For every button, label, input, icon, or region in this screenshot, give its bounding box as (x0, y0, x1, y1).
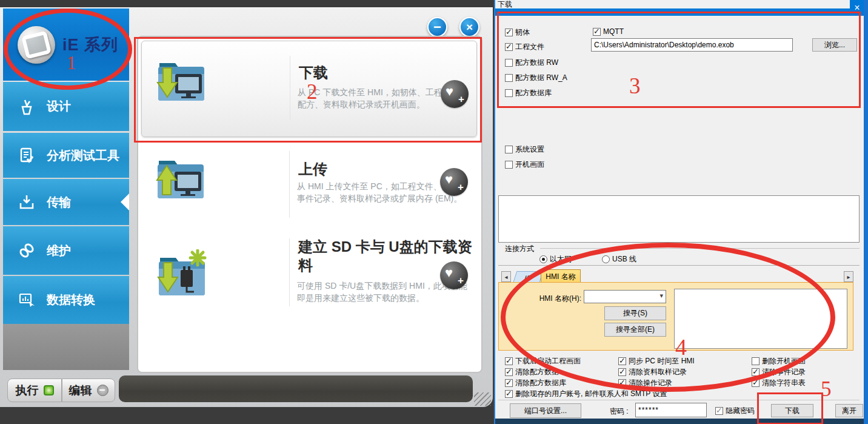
transfer-download-icon (18, 193, 36, 211)
checkbox-mqtt[interactable]: MQTT (593, 27, 624, 36)
card-sd-usb[interactable]: 建立 SD 卡与 U盘的下载资料 可使用 SD 卡/U盘下载数据到 HMI，此项… (141, 237, 476, 333)
search-button[interactable]: 搜寻(S) (604, 306, 666, 320)
radio-ethernet[interactable]: 以太网 (539, 254, 572, 264)
checkbox-label: MQTT (603, 27, 624, 36)
checkbox-box (505, 357, 513, 365)
checkbox-clear-recipe-database[interactable]: 清除配方数据库 (505, 378, 566, 388)
card-upload[interactable]: 上传 从 HMI 上传文件至 PC，如工程文件、配方、 事件记录、资料取样记录或… (141, 141, 476, 236)
checkbox-box (505, 390, 513, 398)
sidebar-item-data-conversion[interactable]: 数据转换 (3, 276, 129, 324)
checkbox-box (618, 368, 626, 376)
checkbox-box (618, 379, 626, 387)
checkbox-run-project-after-download[interactable]: 下载后启动工程画面 (505, 356, 581, 366)
search-all-button-label: 搜寻全部(E) (616, 325, 655, 335)
checkbox-sync-pc-time[interactable]: 同步 PC 时间至 HMI (618, 356, 695, 366)
brand-logo-icon (18, 26, 55, 64)
download-button-label: 下载 (785, 406, 800, 416)
chevron-down-icon: ▾ (659, 292, 663, 300)
checkbox-box (505, 368, 513, 376)
checkbox-clear-string-table[interactable]: 清除字符串表 (752, 378, 806, 388)
checkbox-clear-operation-log[interactable]: 清除操作记录 (618, 378, 672, 388)
checkbox-label: 隐藏密码 (726, 406, 755, 416)
sidebar-item-analysis-tools[interactable]: 分析测试工具 (3, 133, 129, 178)
sidebar-item-label: 设计 (47, 98, 71, 115)
minimize-icon: − (433, 19, 441, 35)
sidebar-item-label: 分析测试工具 (47, 147, 119, 164)
checkbox-label: 系统设置 (515, 144, 544, 155)
radio-ring (539, 255, 547, 263)
run-button[interactable]: 执行 (7, 379, 62, 402)
active-item-arrow (121, 193, 129, 210)
heart-icon: ♥ (445, 265, 453, 281)
browse-button[interactable]: 浏览... (812, 38, 857, 52)
port-settings-button[interactable]: 端口号设置... (510, 403, 581, 418)
search-all-button[interactable]: 搜寻全部(E) (604, 323, 666, 337)
edit-button[interactable]: 编辑 (62, 379, 115, 402)
sidebar-item-label: 维护 (47, 243, 71, 259)
exit-button[interactable]: 离开 (835, 404, 863, 417)
tab-hmi-name[interactable]: HMI 名称 (541, 269, 581, 283)
card-download[interactable]: 下载 从 PC 下载文件至 HMI，如韧体、工程文件、 配方、资料取样记录或开机… (141, 41, 477, 137)
tab-scroll-left-button[interactable]: ◂ (501, 271, 511, 282)
checkbox-recipe-rw[interactable]: 配方数据 RW (505, 58, 558, 68)
checkbox-recipe-db[interactable]: 配方数据库 (505, 88, 552, 98)
checkbox-label: 配方数据库 (515, 88, 552, 98)
checkbox-label: 删除现存的用户账号, 邮件联系人和 SMTP 设置 (515, 389, 667, 399)
checkbox-box (505, 59, 513, 67)
message-listbox[interactable] (498, 195, 860, 243)
card-description: 可使用 SD 卡/U盘下载数据到 HMI，此项功能 即是用来建立这些被下载的数据… (297, 280, 467, 304)
sidebar-item-maintenance[interactable]: 维护 (3, 226, 129, 275)
password-label: 密码 : (610, 406, 629, 417)
tab-scroll-right-button[interactable]: ▸ (844, 271, 853, 282)
checkbox-box (505, 89, 513, 97)
plus-icon: + (458, 93, 464, 106)
checkbox-delete-user-accounts[interactable]: 删除现存的用户账号, 邮件联系人和 SMTP 设置 (505, 389, 667, 399)
checkbox-boot-screen[interactable]: 开机画面 (505, 160, 544, 170)
favorite-add-icon[interactable]: ♥ + (440, 168, 468, 196)
download-button[interactable]: 下载 (771, 404, 813, 417)
checkbox-label: 下载后启动工程画面 (515, 356, 581, 366)
checkbox-clear-event-log[interactable]: 清除事件记录 (752, 367, 806, 377)
tab-left-icon: ◂ (504, 274, 507, 280)
radio-usb[interactable]: USB 线 (602, 254, 636, 264)
checkbox-box (618, 357, 626, 365)
checkbox-firmware[interactable]: 韧体 (505, 27, 530, 38)
checkbox-clear-sampling-records[interactable]: 清除资料取样记录 (618, 367, 687, 377)
hmi-result-listbox[interactable] (674, 289, 847, 349)
checkbox-box (715, 407, 723, 415)
sidebar-item-design[interactable]: 设计 (3, 82, 129, 131)
resize-grip-icon[interactable] (474, 392, 491, 406)
hmi-name-combobox[interactable]: ▾ (584, 290, 666, 303)
dialog-close-button[interactable]: × (851, 1, 863, 15)
checkbox-box (752, 357, 760, 365)
close-icon: × (466, 21, 473, 34)
checkbox-recipe-rw-a[interactable]: 配方数据 RW_A (505, 73, 567, 83)
checkbox-box (505, 161, 513, 169)
card-title: 下载 (299, 63, 328, 82)
edit-button-label: 编辑 (69, 383, 92, 399)
card-description-line: 即是用来建立这些被下载的数据。 (297, 292, 467, 304)
browse-button-label: 浏览... (824, 40, 845, 50)
checkbox-delete-boot-screen[interactable]: 删除开机画面 (752, 356, 806, 366)
card-description-line: 事件记录、资料取样记录或扩展内存 (EM)。 (297, 192, 467, 204)
checkbox-label: 清除配方数据库 (515, 378, 566, 388)
checkbox-clear-recipe-data[interactable]: 清除配方数据 (505, 367, 559, 377)
password-input[interactable] (635, 403, 707, 417)
minimize-button[interactable]: − (427, 17, 447, 37)
favorite-add-icon[interactable]: ♥ + (440, 261, 468, 289)
card-title: 上传 (298, 160, 327, 178)
checkbox-system-settings[interactable]: 系统设置 (505, 144, 544, 155)
plus-icon: + (458, 181, 464, 193)
favorite-add-icon[interactable]: ♥ + (441, 80, 469, 108)
radio-label: USB 线 (612, 254, 636, 264)
sidebar-item-transfer[interactable]: 传输 (3, 179, 129, 225)
close-button[interactable]: × (459, 17, 479, 37)
checkbox-box (505, 379, 513, 387)
checkbox-project-file[interactable]: 工程文件 (505, 42, 544, 52)
edit-icon (97, 385, 109, 396)
card-divider (289, 151, 290, 218)
checkbox-hide-password[interactable]: 隐藏密码 (715, 406, 755, 416)
checkbox-label: 清除事件记录 (762, 367, 806, 377)
project-path-input[interactable] (591, 38, 793, 52)
checkbox-label: 同步 PC 时间至 HMI (629, 356, 695, 366)
